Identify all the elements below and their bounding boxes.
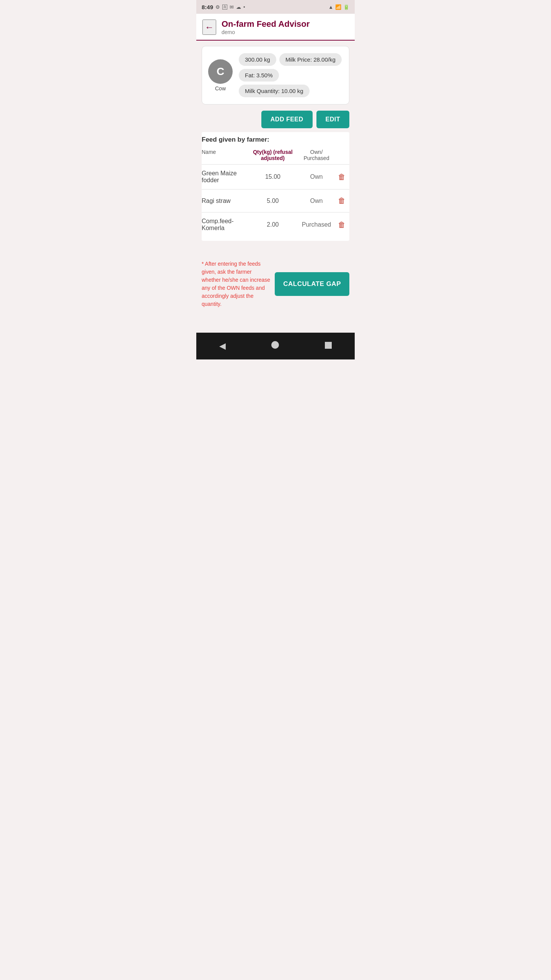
animal-tags: 300.00 kg Milk Price: 28.00/kg Fat: 3.50… [239,53,343,97]
status-bar: 8:49 ⚙ 🄰 ✉ ☁ • ▲ 📶 🔋 [196,0,355,14]
cloud-icon: ☁ [236,4,241,10]
trash-icon: 🗑 [338,220,346,229]
recent-icon [325,342,332,349]
nav-home-button[interactable] [262,338,288,354]
animal-card: C Cow 300.00 kg Milk Price: 28.00/kg Fat… [202,46,349,105]
trash-icon: 🗑 [338,196,346,205]
delete-feed-button[interactable]: 🗑 [336,219,347,231]
nav-recent-button[interactable] [316,338,341,354]
dot-icon: • [243,4,245,10]
delete-cell: 🗑 [336,165,349,189]
action-buttons: ADD FEED EDIT [202,111,349,128]
feed-name: Green Maize fodder [202,165,249,189]
col-name: Name [202,146,249,165]
nav-back-button[interactable]: ◀ [210,338,235,354]
header: ← On-farm Feed Advisor demo [196,14,355,41]
tag-milk-price: Milk Price: 28.00/kg [279,53,342,66]
alert-icon: 🄰 [222,4,227,10]
animal-avatar-wrap: C Cow [208,59,233,91]
animal-name: Cow [215,85,226,91]
table-row: Ragi straw 5.00 Own 🗑 [202,189,349,212]
avatar: C [208,59,233,84]
tag-fat: Fat: 3.50% [239,69,279,82]
delete-cell: 🗑 [336,212,349,237]
bottom-note: * After entering the feeds given, ask th… [202,260,270,308]
feed-own: Purchased [299,212,336,237]
edit-button[interactable]: EDIT [316,111,349,128]
table-row: Comp.feed-Komerla 2.00 Purchased 🗑 [202,212,349,237]
back-button[interactable]: ← [202,20,216,35]
feed-section: Feed given by farmer: Name Qty(kg) (refu… [202,132,349,241]
feed-qty: 2.00 [249,212,299,237]
col-qty: Qty(kg) (refusal adjusted) [249,146,299,165]
tag-milk-qty: Milk Quantity: 10.00 kg [239,85,310,97]
delete-feed-button[interactable]: 🗑 [336,195,347,207]
main-content: C Cow 300.00 kg Milk Price: 28.00/kg Fat… [196,41,355,317]
feed-own: Own [299,189,336,212]
add-feed-button[interactable]: ADD FEED [261,111,313,128]
feed-given-label: Feed given by farmer: [202,132,349,146]
signal-icon: 📶 [335,4,341,10]
header-text: On-farm Feed Advisor demo [222,19,310,35]
table-row: Green Maize fodder 15.00 Own 🗑 [202,165,349,189]
status-right: ▲ 📶 🔋 [328,4,349,10]
feed-table: Name Qty(kg) (refusal adjusted) Own/ Pur… [202,146,349,237]
delete-cell: 🗑 [336,189,349,212]
wifi-icon: ▲ [328,4,333,10]
feed-own: Own [299,165,336,189]
home-icon [271,341,279,349]
bottom-section: * After entering the feeds given, ask th… [202,252,349,312]
settings-icon: ⚙ [215,4,220,10]
mail-icon: ✉ [230,4,234,10]
nav-bar: ◀ [196,333,355,359]
feed-qty: 5.00 [249,189,299,212]
app-subtitle: demo [222,29,310,35]
delete-feed-button[interactable]: 🗑 [336,171,347,183]
status-left: 8:49 ⚙ 🄰 ✉ ☁ • [202,4,245,10]
col-delete [336,146,349,165]
feed-name: Comp.feed-Komerla [202,212,249,237]
tag-weight: 300.00 kg [239,53,276,66]
trash-icon: 🗑 [338,173,346,181]
col-own: Own/ Purchased [299,146,336,165]
status-time: 8:49 [202,4,213,10]
calculate-gap-button[interactable]: CALCULATE GAP [275,272,349,296]
battery-icon: 🔋 [343,4,349,10]
app-title: On-farm Feed Advisor [222,19,310,29]
feed-qty: 15.00 [249,165,299,189]
feed-name: Ragi straw [202,189,249,212]
